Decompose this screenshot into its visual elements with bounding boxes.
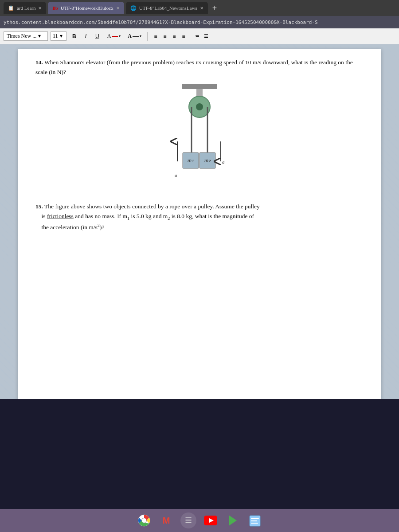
tab-ard-learn[interactable]: 📋 ard Learn ✕ (4, 2, 46, 14)
tab-label-homework: UTF-8"Homework03.docx (61, 5, 113, 11)
font-name-label: Times New ... (7, 33, 36, 39)
italic-button[interactable]: I (82, 32, 90, 41)
taskbar: M ☰ (0, 509, 399, 532)
svg-rect-22 (251, 520, 257, 521)
svg-point-3 (196, 103, 203, 110)
font-name-selector[interactable]: Times New ... ▾ (4, 31, 48, 41)
font-name-dropdown-icon: ▾ (38, 33, 41, 39)
list-buttons: ≔ ☰ (192, 32, 211, 41)
svg-text:m₂: m₂ (204, 157, 211, 164)
font-size-dropdown-icon: ▾ (60, 33, 63, 39)
chrome-icon[interactable] (136, 512, 152, 528)
gmail-letter: M (163, 516, 170, 526)
tab-labs[interactable]: 🌐 UTF-8"Lab04_NewtonsLaws ✕ (126, 2, 208, 14)
ordered-list-button[interactable]: ≔ (192, 32, 201, 41)
pulley-diagram: m₁ m₂ a a (35, 84, 364, 195)
files-icon[interactable] (247, 512, 263, 528)
page-scroll-area[interactable]: 14. When Shannon's elevator (from the pr… (0, 44, 399, 399)
q14-label: 14. (35, 59, 43, 66)
font-color-label: A (107, 33, 111, 39)
q14-body: When Shannon's elevator (from the previo… (35, 59, 353, 75)
question-15: 15. The figure above shows two objects c… (35, 202, 364, 232)
align-justify-button[interactable]: ≡ (179, 32, 188, 41)
tab-homework[interactable]: Bb UTF-8"Homework03.docx ✕ (48, 2, 124, 14)
svg-rect-23 (251, 523, 258, 524)
font-color-swatch (112, 36, 118, 37)
gmail-icon[interactable]: M (158, 512, 174, 528)
underline-button[interactable]: U (92, 32, 102, 41)
svg-marker-19 (229, 515, 237, 526)
svg-text:m₁: m₁ (188, 157, 194, 164)
q15-body: The figure above shows two objects conne… (35, 203, 260, 231)
align-right-button[interactable]: ≡ (170, 32, 179, 41)
font-size-label: 11 (53, 33, 58, 39)
tab-label-learn: ard Learn (17, 5, 35, 11)
highlight-color-swatch (133, 36, 139, 37)
new-tab-button[interactable]: + (210, 4, 220, 13)
address-bar[interactable]: ythos.content.blackboardcdn.com/5beddfe1… (0, 16, 399, 28)
svg-text:a: a (175, 172, 177, 178)
highlight-label: A (128, 33, 132, 39)
svg-rect-21 (251, 518, 259, 519)
tab-icon-learn: 📋 (8, 5, 14, 11)
menu-lines: ☰ (185, 516, 192, 525)
play-store-icon[interactable] (225, 512, 241, 528)
question-14: 14. When Shannon's elevator (from the pr… (35, 58, 364, 77)
align-center-button[interactable]: ≡ (160, 32, 169, 41)
tab-label-labs: UTF-8"Lab04_NewtonsLaws (139, 5, 197, 11)
browser-tabs-bar: 📋 ard Learn ✕ Bb UTF-8"Homework03.docx ✕… (0, 0, 399, 16)
font-color-button[interactable]: A ▾ (105, 31, 123, 41)
svg-point-16 (142, 519, 146, 522)
address-text: ythos.content.blackboardcdn.com/5beddfe1… (4, 20, 318, 25)
font-color-dropdown-icon: ▾ (119, 34, 121, 38)
tab-icon-labs: 🌐 (130, 5, 137, 11)
tab-close-learn[interactable]: ✕ (38, 6, 42, 11)
formatting-toolbar: Times New ... ▾ 11 ▾ B I U A ▾ A ▾ ≡ ≡ ≡… (0, 28, 399, 44)
q15-label: 15. (35, 203, 43, 210)
tab-close-homework[interactable]: ✕ (116, 6, 120, 11)
highlight-dropdown-icon: ▾ (140, 34, 141, 38)
pulley-svg: m₁ m₂ a a (155, 84, 244, 195)
unordered-list-button[interactable]: ☰ (202, 32, 211, 41)
alignment-buttons: ≡ ≡ ≡ ≡ (151, 32, 188, 41)
align-left-button[interactable]: ≡ (151, 32, 160, 41)
font-size-selector[interactable]: 11 ▾ (51, 31, 66, 41)
toolbar-divider-1 (147, 32, 148, 41)
document-area: Times New ... ▾ 11 ▾ B I U A ▾ A ▾ ≡ ≡ ≡… (0, 28, 399, 399)
svg-rect-0 (182, 84, 217, 89)
hamburger-menu-icon[interactable]: ☰ (180, 512, 196, 528)
tab-icon-homework: Bb (52, 6, 58, 11)
highlight-color-button[interactable]: A ▾ (125, 31, 144, 41)
tab-close-labs[interactable]: ✕ (200, 6, 203, 11)
svg-text:a: a (222, 159, 225, 164)
youtube-icon[interactable] (203, 512, 219, 528)
bold-button[interactable]: B (69, 32, 79, 41)
document-page: 14. When Shannon's elevator (from the pr… (18, 49, 381, 399)
